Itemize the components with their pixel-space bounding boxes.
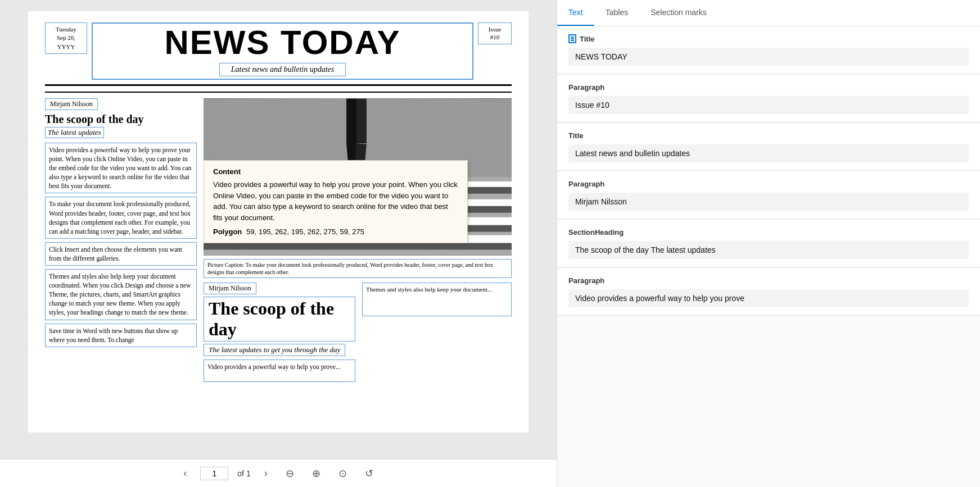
panel-section-heading: SectionHeading The scoop of the day The … <box>557 220 980 267</box>
panel-label-text-6: Paragraph <box>568 276 604 285</box>
title-section: NEWS TODAY Latest news and bulletin upda… <box>92 22 473 80</box>
text-block-2: To make your document look professionall… <box>45 197 197 238</box>
tab-selection-marks[interactable]: Selection marks <box>639 0 718 26</box>
right-bottom-text: Themes and styles also help keep your do… <box>362 283 512 316</box>
page-content: Tuesday Sep 20, YYYY NEWS TODAY Latest n… <box>28 11 529 433</box>
panel-label-text-2: Paragraph <box>568 83 604 92</box>
sec-col-left: Mirjam Nilsson The scoop of the day The … <box>204 283 355 382</box>
picture-caption: Picture Caption: To make your document l… <box>204 259 512 278</box>
panel-label-text-1: Title <box>580 35 595 43</box>
col-right: Content Video provides a powerful way to… <box>204 98 512 382</box>
author-box-2: Mirjam Nilsson <box>204 283 256 294</box>
fit-page-button[interactable]: ⊙ <box>334 465 351 482</box>
date-box: Tuesday Sep 20, YYYY <box>45 22 87 54</box>
sec-col-right: Themes and styles also help keep your do… <box>362 283 512 382</box>
svg-rect-13 <box>204 243 512 250</box>
image-area: Content Video provides a powerful way to… <box>204 98 512 256</box>
popup-label: Content <box>213 167 458 176</box>
panel-label-text-3: Title <box>568 131 584 140</box>
panel-section-value-6: Video provides a powerful way to help yo… <box>568 289 969 307</box>
panel-section-label-2: Paragraph <box>568 83 969 92</box>
tab-tables[interactable]: Tables <box>594 0 639 26</box>
panel-section-label-3: Title <box>568 131 969 140</box>
col-left: Mirjam Nilsson The scoop of the day The … <box>45 98 197 382</box>
latest-updates-box: The latest updates to get you through th… <box>204 344 345 356</box>
page-of-label: of 1 <box>237 469 250 478</box>
doc-page[interactable]: Tuesday Sep 20, YYYY NEWS TODAY Latest n… <box>0 0 557 459</box>
panel-section-label-5: SectionHeading <box>568 228 969 236</box>
panel-section-para-3: Paragraph Video provides a powerful way … <box>557 268 980 316</box>
svg-rect-6 <box>346 99 356 144</box>
panel-section-value-1: NEWS TODAY <box>568 48 969 66</box>
popup-polygon-label: Polygon <box>213 227 242 236</box>
panel-section-label-1: Title <box>568 34 969 43</box>
panel-section-para-1: Paragraph Issue #10 <box>557 75 980 122</box>
second-columns: Mirjam Nilsson The scoop of the day The … <box>204 283 512 382</box>
zoom-out-button[interactable]: ⊖ <box>281 465 299 482</box>
right-panel-header: Text Tables Selection marks <box>557 0 980 26</box>
panel-section-title-1: Title NEWS TODAY <box>557 26 980 74</box>
panel-label-text-4: Paragraph <box>568 180 604 188</box>
panel-scroll[interactable]: Title NEWS TODAY Paragraph Issue #10 Tit… <box>557 26 980 487</box>
big-heading: The scoop of the day <box>204 297 355 342</box>
main-columns: Mirjam Nilsson The scoop of the day The … <box>45 98 512 382</box>
panel-section-value-4: Mirjam Nilsson <box>568 193 969 211</box>
text-block-4: Themes and styles also help keep your do… <box>45 269 197 320</box>
panel-section-title-2: Title Latest news and bulletin updates <box>557 124 980 171</box>
document-viewer: Tuesday Sep 20, YYYY NEWS TODAY Latest n… <box>0 0 557 487</box>
panel-section-value-2: Issue #10 <box>568 96 969 114</box>
second-section: Mirjam Nilsson The scoop of the day The … <box>204 283 512 382</box>
panel-section-value-3: Latest news and bulletin updates <box>568 144 969 162</box>
popup-tooltip: Content Video provides a powerful way to… <box>204 160 468 243</box>
text-block-1: Video provides a powerful way to help yo… <box>45 143 197 193</box>
svg-rect-7 <box>356 99 367 144</box>
partial-text-block: Video provides a powerful way to help yo… <box>204 359 355 382</box>
panel-section-para-2: Paragraph Mirjam Nilsson <box>557 172 980 219</box>
panel-section-label-4: Paragraph <box>568 180 969 188</box>
popup-content-text: Video provides a powerful way to help yo… <box>213 179 458 223</box>
popup-polygon-row: Polygon 59, 195, 262, 195, 262, 275, 59,… <box>213 227 458 236</box>
right-panel: Text Tables Selection marks Title NEWS T… <box>557 0 980 487</box>
title-icon <box>568 34 576 43</box>
separator <box>45 92 512 93</box>
newspaper-title: NEWS TODAY <box>164 26 400 60</box>
author-box-1: Mirjam Nilsson <box>45 98 98 110</box>
panel-section-value-5: The scoop of the day The latest updates <box>568 241 969 259</box>
text-block-3: Click Insert and then choose the element… <box>45 242 197 266</box>
panel-section-label-6: Paragraph <box>568 276 969 285</box>
popup-polygon-values: 59, 195, 262, 195, 262, 275, 59, 275 <box>246 227 364 236</box>
zoom-in-button[interactable]: ⊕ <box>308 465 325 482</box>
next-page-button[interactable]: › <box>260 465 272 481</box>
section-subheading-1: The latest updates <box>45 127 104 138</box>
tab-text[interactable]: Text <box>557 0 594 26</box>
doc-toolbar: ‹ of 1 › ⊖ ⊕ ⊙ ↺ <box>0 459 557 487</box>
text-block-5: Save time in Word with new buttons that … <box>45 324 197 347</box>
section-heading-1: The scoop of the day <box>45 112 197 126</box>
prev-page-button[interactable]: ‹ <box>179 465 191 481</box>
rotate-button[interactable]: ↺ <box>360 465 378 482</box>
page-number-input[interactable] <box>200 467 228 480</box>
subtitle-box: Latest news and bulletin updates <box>219 63 346 76</box>
newspaper-header: Tuesday Sep 20, YYYY NEWS TODAY Latest n… <box>45 22 512 86</box>
issue-box: Issue #10 <box>478 22 512 44</box>
panel-label-text-5: SectionHeading <box>568 228 624 236</box>
